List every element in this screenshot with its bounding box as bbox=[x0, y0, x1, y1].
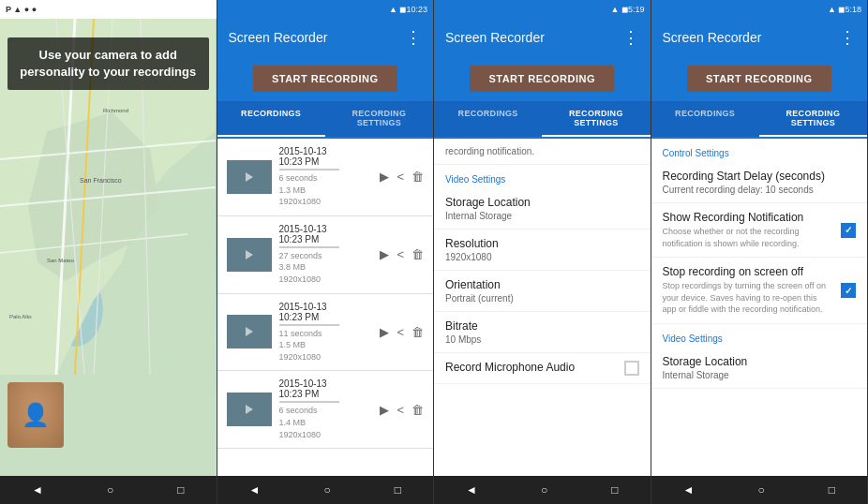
recording-actions: ▶ < 🗑 bbox=[380, 325, 424, 339]
setting-mic-row-3: Record Microphone Audio bbox=[445, 361, 639, 376]
tab-settings-2[interactable]: RECORDING SETTINGS bbox=[325, 101, 433, 137]
setting-resolution-3[interactable]: Resolution 1920x1080 bbox=[434, 230, 651, 271]
screen-off-text-4: Stop recording on screen off Stop record… bbox=[663, 265, 842, 316]
back-button-4[interactable]: ◄ bbox=[683, 483, 695, 497]
back-button-1[interactable]: ◄ bbox=[32, 483, 43, 497]
svg-text:San Francisco: San Francisco bbox=[80, 177, 122, 184]
map-view: San Francisco Richmond San Mateo Palo Al… bbox=[0, 19, 217, 476]
back-button-3[interactable]: ◄ bbox=[466, 483, 477, 497]
status-bar-4: ▲ ◼ 5:18 bbox=[651, 0, 868, 19]
setting-storage-location-4[interactable]: Storage Location Internal Storage bbox=[651, 348, 868, 389]
setting-value-orientation-3: Portrait (current) bbox=[445, 293, 639, 304]
play-icon[interactable]: ▶ bbox=[380, 325, 389, 339]
checkbox-screenoff-4[interactable] bbox=[841, 283, 856, 298]
play-icon[interactable]: ▶ bbox=[380, 403, 389, 417]
section-title-video-4: Video Settings bbox=[651, 324, 868, 348]
setting-desc-screenoff-4: Stop recordings by turning the screen of… bbox=[663, 280, 842, 316]
svg-text:Palo Alto: Palo Alto bbox=[9, 314, 32, 319]
recording-progress-bar bbox=[279, 246, 340, 248]
share-icon[interactable]: < bbox=[397, 170, 404, 184]
tab-recordings-2[interactable]: RECORDINGS bbox=[217, 101, 325, 137]
recent-button-3[interactable]: □ bbox=[611, 483, 618, 497]
recording-date: 2015-10-13 bbox=[279, 146, 381, 156]
tab-settings-3[interactable]: RECORDING SETTINGS bbox=[542, 101, 650, 137]
app-bar-2: Screen Recorder ⋮ bbox=[217, 19, 434, 56]
setting-value-bitrate-3: 10 Mbps bbox=[445, 334, 639, 345]
tab-recordings-4[interactable]: RECORDINGS bbox=[651, 101, 759, 137]
setting-value-resolution-3: 1920x1080 bbox=[445, 252, 639, 262]
status-icons-4: ▲ ◼ bbox=[828, 5, 845, 14]
tab-settings-4[interactable]: RECORDING SETTINGS bbox=[759, 101, 867, 137]
recording-item[interactable]: 2015-10-13 10:23 PM 6 seconds1.3 MB1920x… bbox=[217, 139, 434, 216]
setting-title-storage-4: Storage Location bbox=[663, 355, 857, 368]
recording-info: 2015-10-13 10:23 PM 6 seconds1.3 MB1920x… bbox=[279, 146, 381, 208]
setting-start-delay-4[interactable]: Recording Start Delay (seconds) Current … bbox=[651, 162, 868, 203]
status-bar-1: P ▲ ● ● bbox=[0, 0, 217, 19]
delete-icon[interactable]: 🗑 bbox=[412, 247, 424, 261]
start-recording-button-3[interactable]: START RECORDING bbox=[470, 66, 614, 92]
play-icon[interactable]: ▶ bbox=[380, 170, 389, 184]
setting-screen-off-4[interactable]: Stop recording on screen off Stop record… bbox=[651, 258, 868, 324]
setting-title-screenoff-4: Stop recording on screen off bbox=[663, 265, 842, 278]
more-menu-3[interactable]: ⋮ bbox=[622, 27, 639, 48]
svg-text:San Mateo: San Mateo bbox=[47, 258, 75, 263]
back-button-2[interactable]: ◄ bbox=[249, 483, 261, 497]
home-button-2[interactable]: ○ bbox=[323, 483, 330, 497]
settings-content-4: Control Settings Recording Start Delay (… bbox=[651, 139, 868, 476]
start-btn-container-3: START RECORDING bbox=[434, 56, 651, 101]
recording-actions: ▶ < 🗑 bbox=[380, 247, 424, 261]
home-button-3[interactable]: ○ bbox=[541, 483, 547, 497]
start-recording-button-4[interactable]: START RECORDING bbox=[687, 66, 831, 92]
delete-icon[interactable]: 🗑 bbox=[412, 403, 424, 417]
recording-meta: 6 seconds1.4 MB1920x1080 bbox=[279, 405, 381, 440]
recent-button-4[interactable]: □ bbox=[829, 483, 835, 497]
delete-icon[interactable]: 🗑 bbox=[412, 170, 424, 184]
svg-text:Richmond: Richmond bbox=[103, 108, 128, 113]
setting-storage-location-3[interactable]: Storage Location Internal Storage bbox=[434, 188, 651, 230]
recent-button-1[interactable]: □ bbox=[177, 483, 184, 497]
share-icon[interactable]: < bbox=[397, 403, 404, 417]
share-icon[interactable]: < bbox=[397, 325, 404, 339]
recordings-list: 2015-10-13 10:23 PM 6 seconds1.3 MB1920x… bbox=[217, 139, 434, 476]
share-icon[interactable]: < bbox=[397, 247, 404, 261]
delete-icon[interactable]: 🗑 bbox=[412, 325, 424, 339]
checkbox-mic-3[interactable] bbox=[624, 361, 639, 376]
play-icon[interactable]: ▶ bbox=[380, 247, 389, 261]
setting-title-bitrate-3: Bitrate bbox=[445, 319, 639, 333]
nav-bar-2: ◄ ○ □ bbox=[217, 476, 434, 504]
more-menu-2[interactable]: ⋮ bbox=[405, 27, 422, 48]
status-time-3: 5:19 bbox=[628, 5, 645, 14]
recording-progress-bar bbox=[279, 324, 340, 326]
setting-microphone-3[interactable]: Record Microphone Audio bbox=[434, 353, 651, 384]
recording-meta: 27 seconds3.8 MB1920x1080 bbox=[279, 250, 381, 286]
start-btn-container-2: START RECORDING bbox=[217, 56, 434, 101]
setting-show-notification-4[interactable]: Show Recording Notification Choose wheth… bbox=[651, 203, 868, 258]
nav-bar-1: ◄ ○ □ bbox=[0, 476, 217, 504]
setting-bitrate-3[interactable]: Bitrate 10 Mbps bbox=[434, 312, 651, 353]
recording-thumbnail bbox=[227, 238, 272, 272]
nav-bar-3: ◄ ○ □ bbox=[434, 476, 651, 504]
setting-orientation-3[interactable]: Orientation Portrait (current) bbox=[434, 271, 651, 312]
recording-time: 10:23 PM bbox=[279, 312, 381, 322]
recording-actions: ▶ < 🗑 bbox=[380, 403, 424, 417]
tabs-2: RECORDINGS RECORDING SETTINGS bbox=[217, 101, 434, 139]
more-menu-4[interactable]: ⋮ bbox=[839, 27, 856, 48]
panel-settings-1: ▲ ◼ 5:19 Screen Recorder ⋮ START RECORDI… bbox=[434, 0, 651, 504]
recording-item[interactable]: 2015-10-13 10:23 PM 6 seconds1.4 MB1920x… bbox=[217, 371, 434, 449]
panel-settings-2: ▲ ◼ 5:18 Screen Recorder ⋮ START RECORDI… bbox=[651, 0, 869, 504]
recording-item[interactable]: 2015-10-13 10:23 PM 11 seconds1.5 MB1920… bbox=[217, 294, 434, 372]
tab-recordings-3[interactable]: RECORDINGS bbox=[434, 101, 542, 137]
recent-button-2[interactable]: □ bbox=[395, 483, 401, 497]
recording-date: 2015-10-13 bbox=[279, 302, 381, 312]
recording-thumbnail bbox=[227, 160, 272, 194]
recording-item[interactable]: 2015-10-13 10:23 PM 27 seconds3.8 MB1920… bbox=[217, 216, 434, 294]
section-title-control-4: Control Settings bbox=[651, 139, 868, 162]
status-left: P ▲ ● ● bbox=[6, 5, 37, 14]
start-recording-button-2[interactable]: START RECORDING bbox=[253, 66, 397, 92]
home-button-4[interactable]: ○ bbox=[757, 483, 764, 497]
setting-title-delay-4: Recording Start Delay (seconds) bbox=[663, 170, 857, 183]
setting-title-resolution-3: Resolution bbox=[445, 237, 639, 250]
home-button-1[interactable]: ○ bbox=[107, 483, 113, 497]
checkbox-notification-4[interactable] bbox=[841, 223, 856, 238]
recording-thumbnail bbox=[227, 315, 272, 348]
